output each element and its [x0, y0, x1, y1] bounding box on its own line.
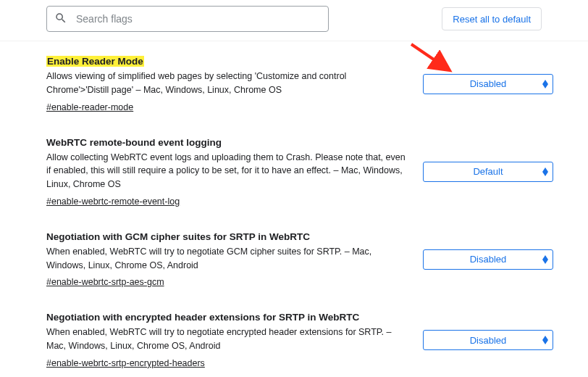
search-icon	[54, 12, 67, 27]
select-caret-icon	[542, 336, 548, 344]
flag-title: Negotiation with encrypted header extens…	[46, 312, 359, 323]
search-input[interactable]	[75, 12, 321, 25]
reset-all-button[interactable]: Reset all to default	[442, 7, 542, 30]
flag-description: When enabled, WebRTC will try to negotia…	[46, 245, 406, 273]
flag-select-value: Disabled	[470, 335, 507, 346]
flag-row: Enable Reader Mode Allows viewing of sim…	[46, 56, 553, 112]
flag-row: Negotiation with encrypted header extens…	[46, 312, 553, 368]
search-box[interactable]	[46, 6, 329, 32]
flag-title: Enable Reader Mode	[46, 56, 144, 67]
flag-hash-link[interactable]: #enable-webrtc-remote-event-log	[46, 196, 180, 207]
select-caret-icon	[542, 167, 548, 176]
flag-select[interactable]: Disabled	[423, 249, 553, 270]
flag-select[interactable]: Disabled	[423, 74, 553, 94]
flag-row: WebRTC remote-bound event logging Allow …	[46, 137, 553, 207]
flag-description: Allow collecting WebRTC event logs and u…	[46, 151, 406, 191]
flag-select[interactable]: Disabled	[423, 330, 553, 350]
flag-hash-link[interactable]: #enable-reader-mode	[46, 102, 133, 112]
select-caret-icon	[542, 80, 548, 88]
topbar: Reset all to default	[0, 0, 588, 41]
flag-description: Allows viewing of simplified web pages b…	[46, 70, 406, 97]
flag-select[interactable]: Default	[423, 162, 553, 182]
flag-description: When enabled, WebRTC will try to negotia…	[46, 326, 406, 353]
flag-row: Negotiation with GCM cipher suites for S…	[46, 231, 553, 288]
flag-hash-link[interactable]: #enable-webrtc-srtp-encrypted-headers	[46, 358, 205, 368]
flag-title: Negotiation with GCM cipher suites for S…	[46, 231, 310, 242]
flag-select-value: Default	[473, 166, 503, 177]
flag-select-value: Disabled	[470, 254, 507, 265]
flag-select-value: Disabled	[470, 78, 507, 89]
flag-hash-link[interactable]: #enable-webrtc-srtp-aes-gcm	[46, 277, 164, 287]
select-caret-icon	[542, 255, 548, 264]
flags-content: Enable Reader Mode Allows viewing of sim…	[0, 41, 588, 377]
flag-title: WebRTC remote-bound event logging	[46, 137, 222, 148]
